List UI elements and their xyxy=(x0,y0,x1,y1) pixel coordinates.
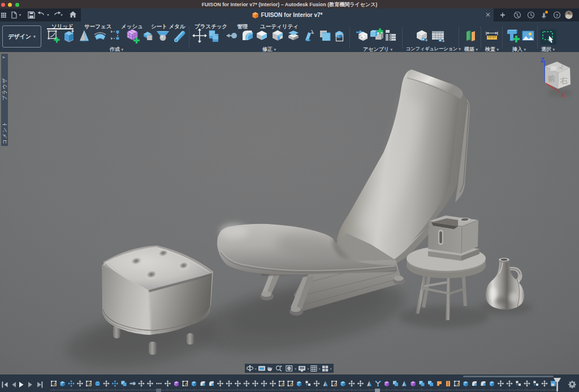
svg-text:右: 右 xyxy=(560,76,569,85)
svg-text:前: 前 xyxy=(547,74,555,83)
svg-text:Z: Z xyxy=(541,57,545,63)
svg-text:?: ? xyxy=(556,13,559,18)
